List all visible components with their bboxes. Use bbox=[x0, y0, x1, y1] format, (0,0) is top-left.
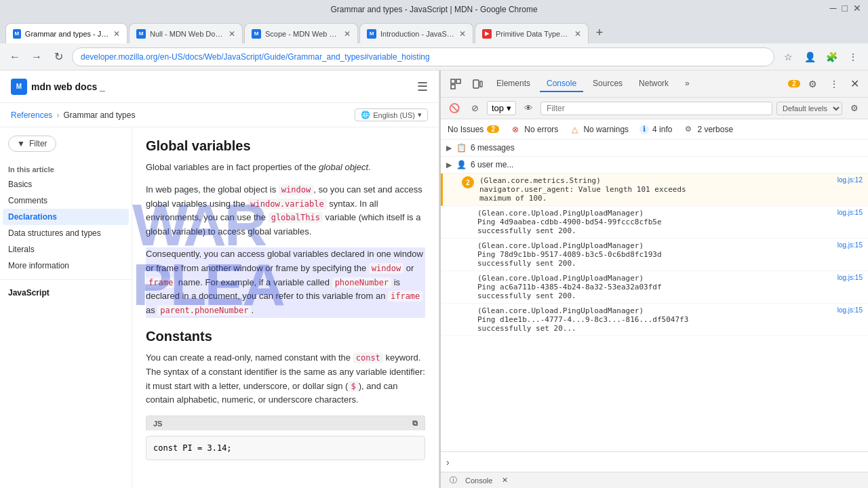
sidebar-item-more-info[interactable]: More information bbox=[0, 258, 132, 274]
tab-intro[interactable]: M Introduction - JavaScript | M... ✕ bbox=[359, 23, 473, 43]
filter-button[interactable]: ▼ Filter bbox=[8, 136, 56, 152]
info1-file-link[interactable]: log.js:15 bbox=[837, 209, 863, 216]
sidebar-item-data-structures[interactable]: Data structures and types bbox=[0, 225, 132, 241]
minimize-btn[interactable]: ─ bbox=[830, 3, 837, 14]
svg-rect-3 bbox=[473, 80, 479, 88]
user-messages-label: 6 user me... bbox=[471, 160, 863, 169]
info4-line2: Ping d1ee1b...-4777-4...9-8c3...-816...d… bbox=[477, 315, 832, 324]
info3-file-link[interactable]: log.js:15 bbox=[837, 274, 863, 281]
no-errors-item[interactable]: ⊗ No errors bbox=[510, 124, 558, 135]
info1-line2: Ping 4d9aabea-cdbb-4900-bd54-99fccc8cfb5… bbox=[477, 218, 832, 226]
warning-content: (Glean.core.metrics.String) navigator.us… bbox=[479, 176, 832, 203]
reload-button[interactable]: ↻ bbox=[50, 49, 66, 65]
dt-tab-sources[interactable]: Sources bbox=[586, 76, 629, 92]
console-input-bar: › bbox=[441, 451, 868, 472]
warning-text-line3: maximum of 100. bbox=[479, 194, 832, 203]
tab-close-1[interactable]: ✕ bbox=[113, 29, 120, 39]
bookmark-icon[interactable]: ☆ bbox=[780, 49, 796, 65]
new-tab-button[interactable]: + bbox=[590, 23, 609, 42]
close-btn[interactable]: ✕ bbox=[853, 3, 861, 14]
tab-label-5: Primitive Data Types (The J... bbox=[496, 30, 570, 38]
msg-group-user: ▶ 👤 6 user me... bbox=[441, 157, 868, 174]
svg-rect-0 bbox=[451, 79, 455, 83]
warning-file-link[interactable]: log.js:12 bbox=[837, 176, 863, 184]
no-issues-label: No Issues bbox=[448, 125, 484, 134]
tab-close-2[interactable]: ✕ bbox=[229, 29, 235, 39]
extensions-icon[interactable]: 🧩 bbox=[823, 49, 840, 65]
tab-close-5[interactable]: ✕ bbox=[574, 29, 581, 39]
tab-close-4[interactable]: ✕ bbox=[459, 29, 466, 39]
no-issues-item[interactable]: No Issues 2 bbox=[448, 125, 499, 134]
info3-line2: Ping ac6a711b-4385-4b24-8a32-53ea32a03fd… bbox=[477, 283, 832, 291]
console-filter-btn[interactable]: ⊘ bbox=[467, 100, 483, 117]
footer-close-icon[interactable]: ✕ bbox=[498, 474, 511, 487]
dt-tab-elements[interactable]: Elements bbox=[490, 76, 537, 92]
info4-file-link[interactable]: log.js:15 bbox=[837, 306, 863, 314]
issues-badge: 2 bbox=[487, 125, 499, 133]
window-title: Grammar and types - JavaScript | MDN - G… bbox=[330, 5, 537, 14]
tab-close-3[interactable]: ✕ bbox=[344, 29, 351, 39]
info2-line3: successfully sent 200. bbox=[477, 259, 832, 268]
console-eye-btn[interactable]: 👁 bbox=[520, 100, 536, 117]
info2-file-link[interactable]: log.js:15 bbox=[837, 241, 863, 249]
sidebar-item-basics[interactable]: Basics bbox=[0, 176, 132, 192]
sidebar-item-comments[interactable]: Comments bbox=[0, 192, 132, 209]
chevron-right-icon: ▶ bbox=[446, 144, 452, 152]
info-item[interactable]: ℹ 4 info bbox=[639, 125, 672, 134]
console-clear-btn[interactable]: 🚫 bbox=[446, 100, 462, 117]
console-settings-btn[interactable]: ⚙ bbox=[846, 100, 863, 117]
main-area: M mdn web docs _ ☰ References › Grammar … bbox=[0, 70, 868, 488]
url-box[interactable]: developer.mozilla.org/en-US/docs/Web/Jav… bbox=[72, 47, 774, 66]
default-levels-select[interactable]: Default levels Verbose Info Warnings Err… bbox=[776, 102, 842, 115]
msg-group-messages-header[interactable]: ▶ 📋 6 messages bbox=[441, 140, 868, 156]
info-label: 4 info bbox=[652, 125, 672, 134]
device-toolbar-btn[interactable] bbox=[468, 75, 487, 94]
url-text: developer.mozilla.org/en-US/docs/Web/Jav… bbox=[81, 52, 430, 62]
profile-icon[interactable]: 👤 bbox=[802, 49, 818, 65]
dt-tab-more[interactable]: » bbox=[678, 76, 696, 92]
messages-icon: 📋 bbox=[456, 142, 467, 153]
devtools-settings-btn[interactable]: ⚙ bbox=[803, 75, 822, 94]
mdn-logo: M mdn web docs _ bbox=[11, 79, 105, 95]
console-footer-label: Console bbox=[465, 476, 492, 485]
info2-line2: Ping 78d9c1bb-9517-4089-b3c5-0c6bd8fc193… bbox=[477, 250, 832, 259]
tab-primitive[interactable]: ▶ Primitive Data Types (The J... ✕ bbox=[475, 23, 589, 43]
filter-label: Filter bbox=[29, 139, 47, 148]
no-warnings-item[interactable]: △ No warnings bbox=[569, 124, 629, 135]
back-button[interactable]: ← bbox=[7, 49, 23, 65]
devtools-close-btn[interactable]: ✕ bbox=[846, 76, 863, 92]
info3-content: (Glean.core.Upload.PingUploadManager) Pi… bbox=[477, 274, 832, 300]
mdn-menu-button[interactable]: ☰ bbox=[417, 79, 428, 94]
tab-null[interactable]: M Null - MDN Web Docs Gloss... ✕ bbox=[129, 23, 243, 43]
messages-label: 6 messages bbox=[471, 143, 863, 152]
dt-tab-network[interactable]: Network bbox=[632, 76, 675, 92]
menu-icon[interactable]: ⋮ bbox=[845, 49, 861, 65]
forward-button[interactable]: → bbox=[28, 49, 45, 65]
tab-grammar[interactable]: M Grammar and types - JavaS... ✕ bbox=[5, 23, 127, 43]
footer-info-icon[interactable]: ⓘ bbox=[446, 474, 460, 487]
top-selector[interactable]: top ▾ bbox=[487, 101, 516, 115]
warning-text-line2: navigator.user_agent: Value length 101 e… bbox=[479, 185, 832, 194]
language-selector[interactable]: 🌐 English (US) ▾ bbox=[355, 108, 428, 121]
tab-favicon-5: ▶ bbox=[482, 29, 492, 39]
inspect-element-btn[interactable] bbox=[446, 75, 465, 94]
maximize-btn[interactable]: □ bbox=[842, 3, 848, 14]
dt-tab-console[interactable]: Console bbox=[540, 76, 583, 92]
console-message-info1: (Glean.core.Upload.PingUploadManager) Pi… bbox=[441, 206, 868, 239]
console-message-info2: (Glean.core.Upload.PingUploadManager) Pi… bbox=[441, 239, 868, 271]
sidebar-item-literals[interactable]: Literals bbox=[0, 241, 132, 258]
devtools-more-btn[interactable]: ⋮ bbox=[825, 75, 844, 94]
tab-scope[interactable]: M Scope - MDN Web Docs Glo... ✕ bbox=[244, 23, 358, 43]
devtools-toolbar: Elements Console Sources Network » 2 ⚙ ⋮… bbox=[441, 70, 868, 98]
console-input-field[interactable] bbox=[455, 458, 863, 467]
sidebar-js-section[interactable]: JavaScript bbox=[0, 285, 132, 300]
msg-group-user-header[interactable]: ▶ 👤 6 user me... bbox=[441, 157, 868, 173]
console-filter-input[interactable] bbox=[540, 102, 772, 115]
breadcrumb-references[interactable]: References bbox=[11, 110, 52, 120]
code-copy-icon[interactable]: ⧉ bbox=[412, 419, 418, 428]
top-chevron-icon: ▾ bbox=[507, 103, 511, 113]
sidebar-item-declarations[interactable]: Declarations bbox=[3, 209, 129, 225]
verbose-item[interactable]: ⚙ 2 verbose bbox=[683, 124, 733, 135]
tab-favicon-1: M bbox=[13, 29, 21, 39]
console-message-info4: (Glean.core.Upload.PingUploadManager) Pi… bbox=[441, 304, 868, 336]
